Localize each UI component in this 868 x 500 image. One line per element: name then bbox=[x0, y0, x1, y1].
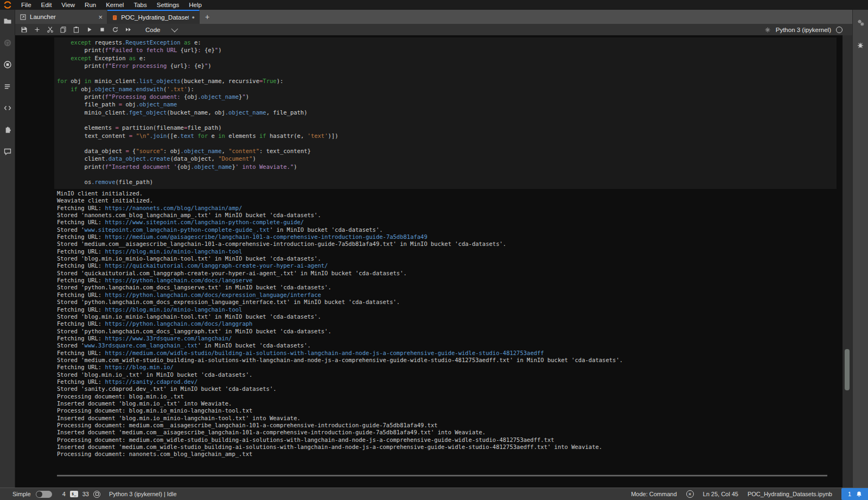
code-line-segment: {obj bbox=[177, 163, 190, 170]
output-line-segment: Stored 'python.langchain.com_docs_langse… bbox=[57, 284, 331, 290]
output-link[interactable]: https://blog.min.io/ bbox=[105, 364, 174, 370]
output-line-segment: Processing document: medium.com__aisages… bbox=[57, 422, 438, 428]
code-line[interactable]: except requests.RequestException as e: bbox=[57, 39, 338, 46]
insert-cell-button[interactable] bbox=[33, 26, 41, 34]
tab-bar: Launcher × POC_Hydrating_Datasets.ip ● + bbox=[15, 10, 852, 24]
output-line: Weaviate client initialized. bbox=[57, 197, 623, 204]
code-line[interactable]: minio_client.fget_object(bucket_name, ob… bbox=[57, 109, 338, 116]
code-line[interactable]: file_path = obj.object_name bbox=[57, 100, 338, 108]
tab-close-icon[interactable]: × bbox=[98, 14, 103, 21]
command-mode-indicator[interactable]: Mode: Command bbox=[631, 491, 676, 497]
notebook-icon bbox=[112, 14, 118, 21]
code-line-segment: , file_path) bbox=[266, 109, 308, 116]
code-line[interactable]: client.data_object.create(data_object, "… bbox=[57, 155, 338, 162]
simple-mode-toggle[interactable] bbox=[36, 491, 52, 498]
code-line-segment: True bbox=[263, 78, 276, 84]
code-line-segment: "Document" bbox=[218, 155, 252, 162]
run-cell-button[interactable] bbox=[85, 26, 93, 34]
kernel-settings-icon[interactable] bbox=[764, 27, 771, 33]
output-line: Processing document: nanonets.com_blog_l… bbox=[57, 451, 623, 458]
code-line[interactable]: except Exception as e: bbox=[57, 54, 338, 62]
output-link[interactable]: www.sitepoint.com_langchain-python-compl… bbox=[85, 226, 270, 233]
code-line[interactable]: print(f"Error processing {url}: {e}") bbox=[57, 62, 338, 69]
code-line[interactable] bbox=[57, 116, 338, 124]
table-of-contents-icon[interactable] bbox=[3, 81, 12, 91]
notebook-scrollbar[interactable] bbox=[843, 35, 852, 488]
code-line-segment: file_path bbox=[57, 101, 119, 107]
code-line[interactable] bbox=[57, 140, 338, 147]
output-link[interactable]: https://blog.min.io/minio-langchain-tool bbox=[105, 306, 242, 313]
output-link[interactable]: https://python.langchain.com/docs/langgr… bbox=[105, 320, 253, 327]
output-link[interactable]: https://python.langchain.com/docs/langse… bbox=[105, 277, 253, 283]
code-line[interactable]: print(f"Inserted document '{obj.object_n… bbox=[57, 163, 338, 170]
output-line-segment: Processing document: nanonets.com_blog_l… bbox=[57, 451, 252, 457]
output-link[interactable]: https://www.sitepoint.com/langchain-pyth… bbox=[105, 219, 304, 225]
running-terminals-icon[interactable] bbox=[3, 60, 12, 69]
kernel-name-button[interactable]: Python 3 (ipykernel) bbox=[776, 27, 831, 33]
menu-help[interactable]: Help bbox=[184, 0, 207, 10]
menu-kernel[interactable]: Kernel bbox=[101, 0, 129, 10]
menu-settings[interactable]: Settings bbox=[152, 0, 184, 10]
output-line-segment: Stored 'medium.com_widle-studio_building… bbox=[57, 357, 623, 363]
code-line[interactable]: print(f"Failed to fetch URL {url}: {e}") bbox=[57, 46, 338, 54]
tab-notebook[interactable]: POC_Hydrating_Datasets.ip ● bbox=[107, 10, 200, 24]
cursor-position[interactable]: Ln 25, Col 45 bbox=[703, 491, 738, 497]
cut-cells-button[interactable] bbox=[46, 26, 54, 34]
launcher-icon bbox=[20, 14, 27, 21]
code-line[interactable]: os.remove(file_path) bbox=[57, 178, 338, 186]
code-line[interactable]: elements = partition(filename=file_path) bbox=[57, 124, 338, 131]
tab-launcher[interactable]: Launcher × bbox=[15, 10, 107, 24]
menu-run[interactable]: Run bbox=[80, 0, 101, 10]
output-link[interactable]: https://python.langchain.com/docs/expres… bbox=[105, 292, 321, 298]
chat-icon[interactable] bbox=[3, 147, 12, 156]
file-browser-icon[interactable] bbox=[3, 16, 12, 26]
scrollbar-thumb[interactable] bbox=[845, 349, 850, 390]
new-tab-button[interactable]: + bbox=[200, 10, 215, 24]
save-button[interactable] bbox=[20, 26, 28, 34]
output-link[interactable]: https://www.33rdsquare.com/langchain/ bbox=[105, 335, 232, 341]
output-link[interactable]: https://blog.min.io/minio-langchain-tool bbox=[105, 248, 242, 255]
code-line[interactable]: data_object = {"source": obj.object_name… bbox=[57, 147, 338, 155]
notebook-panel[interactable]: except requests.RequestException as e: p… bbox=[15, 35, 843, 488]
property-inspector-icon[interactable] bbox=[856, 17, 865, 27]
output-link[interactable]: www.33rdsquare.com_langchain_.txt bbox=[85, 342, 198, 349]
code-line-segment: requests bbox=[91, 39, 122, 46]
terminal-icon[interactable]: $_ bbox=[70, 491, 78, 497]
restart-kernel-button[interactable] bbox=[111, 26, 119, 34]
output-link[interactable]: https://sanity.cdaprod.dev/ bbox=[105, 378, 198, 385]
code-line[interactable]: for obj in minio_client.list_objects(buc… bbox=[57, 77, 338, 85]
kernel-status-text[interactable]: Python 3 (ipykernel) | Idle bbox=[109, 491, 177, 497]
kernel-status-icon[interactable] bbox=[836, 27, 843, 33]
code-cell-editor[interactable]: except requests.RequestException as e: p… bbox=[54, 37, 837, 189]
cell-type-dropdown[interactable]: Code bbox=[145, 27, 176, 33]
output-link[interactable]: https://nanonets.com/blog/langchain/amp/ bbox=[105, 205, 242, 211]
code-line[interactable]: print(f"Processing document: {obj.object… bbox=[57, 93, 338, 100]
toggle-knob bbox=[36, 491, 42, 497]
copy-cells-button[interactable] bbox=[59, 26, 67, 34]
output-link[interactable]: https://quickaitutorial.com/langgraph-cr… bbox=[105, 262, 328, 269]
code-line[interactable] bbox=[57, 69, 338, 77]
code-line[interactable]: if obj.object_name.endswith('.txt'): bbox=[57, 85, 338, 93]
status-bar: Simple 4 $_ 33 Python 3 (ipykernel) | Id… bbox=[0, 488, 868, 500]
menu-view[interactable]: View bbox=[56, 0, 80, 10]
notification-badge[interactable]: 1 bbox=[841, 488, 868, 500]
extension-manager-icon[interactable] bbox=[3, 125, 12, 135]
kernel-sessions-icon[interactable] bbox=[93, 491, 100, 498]
menu-file[interactable]: File bbox=[16, 0, 36, 10]
code-line-segment: if bbox=[71, 86, 78, 92]
output-link[interactable]: https://medium.com/@aisagescribe/langcha… bbox=[105, 233, 427, 240]
github-icon[interactable] bbox=[3, 38, 12, 48]
debugger-icon[interactable] bbox=[856, 40, 865, 50]
paste-cells-button[interactable] bbox=[72, 26, 80, 34]
restart-run-all-button[interactable] bbox=[124, 26, 132, 34]
menu-tabs[interactable]: Tabs bbox=[129, 0, 151, 10]
code-outline-icon[interactable] bbox=[3, 103, 12, 113]
interrupt-kernel-button[interactable] bbox=[98, 26, 106, 34]
code-line[interactable] bbox=[57, 170, 338, 178]
output-line-segment: MinIO client initialized. bbox=[57, 190, 143, 197]
menu-edit[interactable]: Edit bbox=[36, 0, 57, 10]
code-line-segment: "\n" bbox=[136, 132, 149, 139]
output-link[interactable]: https://medium.com/widle-studio/building… bbox=[105, 350, 544, 356]
code-line-segment: in bbox=[218, 132, 225, 139]
code-line[interactable]: text_content = "\n".join([e.text for e i… bbox=[57, 132, 338, 140]
